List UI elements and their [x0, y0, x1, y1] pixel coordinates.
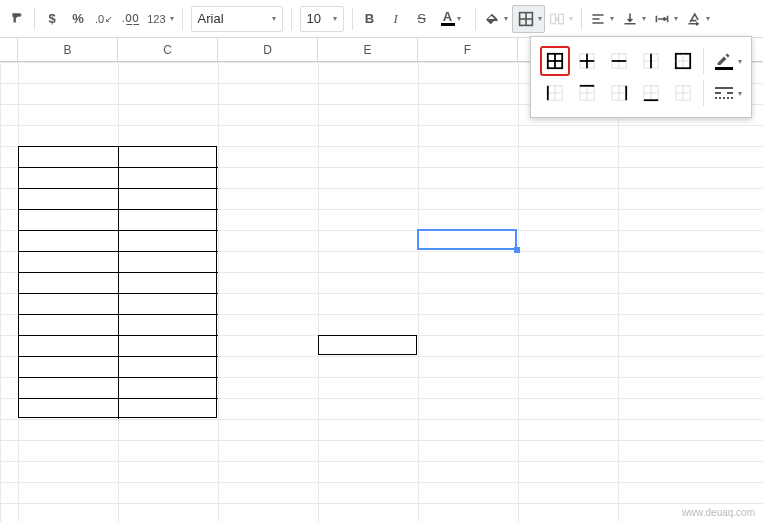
- border-outer-button[interactable]: [669, 47, 697, 75]
- strikethrough-button[interactable]: S: [409, 5, 435, 33]
- rotate-icon: [686, 11, 702, 27]
- increase-decimal-button[interactable]: .0̲0̲: [117, 5, 143, 33]
- pencil-icon: [716, 53, 732, 65]
- border-vertical-button[interactable]: [637, 47, 665, 75]
- chevron-down-icon: ▾: [272, 14, 276, 23]
- toolbar-separator: [352, 8, 353, 30]
- border-style-button[interactable]: [710, 79, 738, 107]
- border-right-button[interactable]: [605, 79, 633, 107]
- chevron-down-icon: ▾: [610, 14, 614, 23]
- horizontal-align-button[interactable]: ▾: [586, 5, 618, 33]
- text-wrap-button[interactable]: ▾: [650, 5, 682, 33]
- more-formats-button[interactable]: 123▾: [143, 5, 177, 33]
- chevron-down-icon: ▾: [333, 14, 337, 23]
- toolbar-separator: [291, 8, 292, 30]
- toolbar-separator: [581, 8, 582, 30]
- font-family-label: Arial: [198, 11, 224, 26]
- borders-button[interactable]: ▾: [512, 5, 545, 33]
- paint-format-button[interactable]: [4, 5, 30, 33]
- chevron-down-icon: ▾: [569, 14, 573, 23]
- chevron-down-icon: ▾: [170, 14, 174, 23]
- toolbar: $ % .0↙ .0̲0̲ 123▾ Arial ▾ 10 ▾ B I S A …: [0, 0, 763, 38]
- chevron-down-icon: ▾: [674, 14, 678, 23]
- wrap-icon: [654, 11, 670, 27]
- borders-popup: ▾ ▾: [530, 36, 752, 118]
- chevron-down-icon: ▾: [457, 14, 461, 23]
- border-bottom-button[interactable]: [637, 79, 665, 107]
- chevron-down-icon: ▾: [538, 14, 542, 23]
- toolbar-separator: [182, 8, 183, 30]
- fill-handle[interactable]: [514, 247, 520, 253]
- decrease-decimal-button[interactable]: .0↙: [91, 5, 117, 33]
- border-none-button[interactable]: [669, 79, 697, 107]
- text-color-swatch: [441, 23, 455, 26]
- border-color-button[interactable]: [710, 47, 738, 75]
- borders-popup-row-1: ▾: [539, 45, 743, 77]
- column-header[interactable]: C: [118, 38, 218, 61]
- chevron-down-icon: ▾: [642, 14, 646, 23]
- align-bottom-icon: [622, 11, 638, 27]
- chevron-down-icon[interactable]: ▾: [738, 57, 742, 66]
- text-rotation-button[interactable]: ▾: [682, 5, 714, 33]
- popup-separator: [703, 80, 704, 106]
- fill-icon: [484, 11, 500, 27]
- border-all-button[interactable]: [541, 47, 569, 75]
- toolbar-separator: [34, 8, 35, 30]
- merge-icon: [549, 11, 565, 27]
- column-header[interactable]: F: [418, 38, 518, 61]
- font-size-label: 10: [307, 11, 321, 26]
- borders-icon: [518, 11, 534, 27]
- bold-button[interactable]: B: [357, 5, 383, 33]
- align-left-icon: [590, 11, 606, 27]
- font-family-dropdown[interactable]: Arial ▾: [191, 6, 283, 32]
- chevron-down-icon: ▾: [504, 14, 508, 23]
- bordered-range: [318, 335, 417, 355]
- currency-button[interactable]: $: [39, 5, 65, 33]
- fill-color-button[interactable]: ▾: [480, 5, 512, 33]
- chevron-down-icon: ▾: [706, 14, 710, 23]
- column-header-stub[interactable]: [0, 38, 18, 61]
- border-left-button[interactable]: [541, 79, 569, 107]
- italic-button[interactable]: I: [383, 5, 409, 33]
- chevron-down-icon[interactable]: ▾: [738, 89, 742, 98]
- border-color-swatch: [715, 67, 733, 70]
- percent-button[interactable]: %: [65, 5, 91, 33]
- border-top-button[interactable]: [573, 79, 601, 107]
- font-size-dropdown[interactable]: 10 ▾: [300, 6, 344, 32]
- vertical-align-button[interactable]: ▾: [618, 5, 650, 33]
- cell-grid[interactable]: [0, 62, 763, 522]
- toolbar-separator: [475, 8, 476, 30]
- popup-separator: [703, 48, 704, 74]
- column-header[interactable]: E: [318, 38, 418, 61]
- border-inner-button[interactable]: [573, 47, 601, 75]
- text-color-button[interactable]: A ▾: [435, 5, 461, 33]
- border-horizontal-button[interactable]: [605, 47, 633, 75]
- merge-cells-button: ▾: [545, 5, 577, 33]
- active-cell: [417, 229, 517, 250]
- svg-rect-3: [550, 14, 555, 24]
- borders-popup-row-2: ▾: [539, 77, 743, 109]
- column-header[interactable]: D: [218, 38, 318, 61]
- column-header[interactable]: B: [18, 38, 118, 61]
